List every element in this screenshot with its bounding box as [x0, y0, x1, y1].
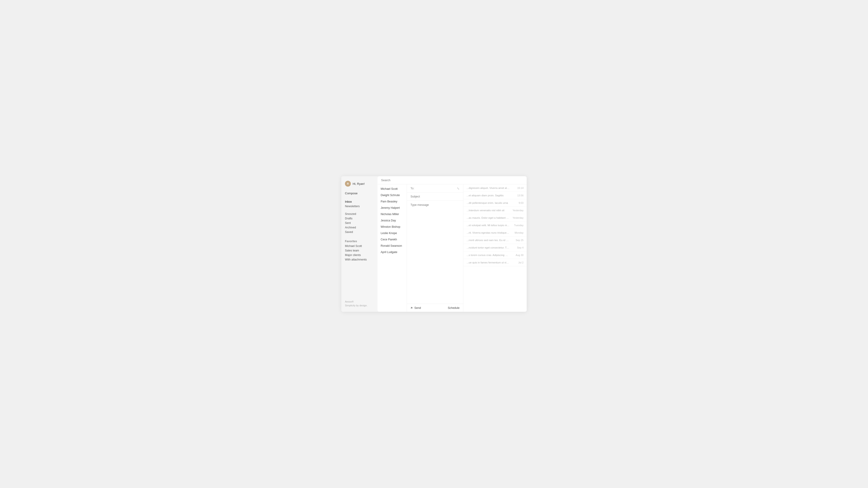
email-item[interactable]: ...as mauris. Dolor eget a habitant mass… [463, 214, 527, 222]
email-time: Aug 30 [516, 254, 524, 256]
email-item[interactable]: ...et aliquam diam proin. Sagittis 13:56 [463, 192, 527, 199]
compose-body [407, 201, 463, 304]
sidebar-item-sent[interactable]: Sent [345, 221, 374, 225]
compose-panel: To: ⤡ ✈ Send Schedule [407, 184, 463, 312]
sidebar-item-inbox[interactable]: Inbox [345, 199, 374, 204]
email-row: ...ue quis in fames fermentum ut vitae J… [467, 261, 524, 264]
email-snippet: ...dignissim aliquet. Viverra amet aliqu… [467, 187, 509, 189]
email-item[interactable]: ...dit pellentesque enim. Iaculis urna 9… [463, 199, 527, 207]
email-time: 15:14 [517, 187, 524, 189]
sidebar-item-saved[interactable]: Saved [345, 230, 374, 234]
message-input[interactable] [410, 203, 460, 301]
email-snippet: ...et aliquam diam proin. Sagittis [467, 194, 504, 197]
email-row: ...et volutpat velit. Mi tellus turpis n… [467, 224, 524, 227]
email-snippet: ...as mauris. Dolor eget a habitant mass… [467, 217, 509, 219]
email-time: Monday [515, 231, 524, 234]
contact-item[interactable]: Cece Parekh [377, 236, 407, 242]
email-list: ...dignissim aliquet. Viverra amet aliqu… [463, 184, 527, 312]
app-tagline: Simplicity by design. [345, 304, 374, 307]
app-container: R Hi, Ryan! Compose Inbox Newsletters Sn… [341, 176, 527, 312]
email-item[interactable]: ...ue quis in fames fermentum ut vitae J… [463, 259, 527, 266]
expand-icon[interactable]: ⤡ [457, 187, 460, 190]
contact-item[interactable]: Winston Bishop [377, 224, 407, 230]
contact-item[interactable]: Nicholas Miller [377, 211, 407, 217]
send-button[interactable]: ✈ Send [410, 306, 421, 310]
email-row: ...rrerit ultrices sed nam leo. Eu id eg… [467, 239, 524, 241]
search-bar [377, 176, 527, 184]
app-name: Aesso® [345, 300, 374, 304]
favorites-label: Favorites [345, 240, 374, 243]
email-item[interactable]: ...s lorem cursus cras. Adipiscing matti… [463, 252, 527, 259]
contact-item[interactable]: Pam Beasley [377, 198, 407, 205]
email-snippet: ...rrerit ultrices sed nam leo. Eu id eg… [467, 239, 509, 241]
email-row: ...dit pellentesque enim. Iaculis urna 9… [467, 201, 524, 204]
search-input[interactable] [381, 178, 523, 182]
compose-footer: ✈ Send Schedule [407, 304, 463, 312]
email-item[interactable]: ...dignissim aliquet. Viverra amet aliqu… [463, 184, 527, 192]
sidebar-item-newsletters[interactable]: Newsletters [345, 204, 374, 208]
email-snippet: ...ue quis in fames fermentum ut vitae [467, 261, 509, 264]
sidebar: R Hi, Ryan! Compose Inbox Newsletters Sn… [341, 176, 377, 312]
email-item[interactable]: ...rit. Viverra egestas nunc tristique s… [463, 229, 527, 236]
sidebar-favorites-section: Favorites Michael Scott Sales team Major… [345, 237, 374, 262]
contact-list: Michael Scott Dwight Schrute Pam Beasley… [377, 184, 407, 312]
contact-item[interactable]: Jeremy Halpert [377, 205, 407, 211]
email-time: Yesterday [513, 209, 524, 212]
contact-item[interactable]: Jessica Day [377, 217, 407, 224]
sidebar-item-archived[interactable]: Archived [345, 225, 374, 230]
sidebar-item-with-attachments[interactable]: With attachments [345, 257, 374, 262]
email-time: Yesterday [513, 217, 524, 219]
email-time: Jul 2 [518, 261, 524, 264]
email-time: Sep 4 [517, 246, 524, 249]
sidebar-item-drafts[interactable]: Drafts [345, 216, 374, 221]
email-row: ...as mauris. Dolor eget a habitant mass… [467, 217, 524, 219]
email-row: ...rit. Viverra egestas nunc tristique s… [467, 231, 524, 234]
content-area: Michael Scott Dwight Schrute Pam Beasley… [377, 184, 527, 312]
email-row: ...Interdum venenatis nisl nibh sit Yest… [467, 209, 524, 212]
main-content: Michael Scott Dwight Schrute Pam Beasley… [377, 176, 527, 312]
email-time: 13:56 [517, 194, 524, 197]
email-snippet: ...ncidunt tortor eget consectetur. Turp… [467, 246, 509, 249]
email-item[interactable]: ...Interdum venenatis nisl nibh sit Yest… [463, 207, 527, 214]
sidebar-item-snoozed[interactable]: Snoozed [345, 212, 374, 216]
email-item[interactable]: ...rrerit ultrices sed nam leo. Eu id eg… [463, 236, 527, 244]
contact-item[interactable]: April Ludgate [377, 249, 407, 255]
email-row: ...ncidunt tortor eget consectetur. Turp… [467, 246, 524, 249]
email-row: ...et aliquam diam proin. Sagittis 13:56 [467, 194, 524, 197]
sidebar-item-michael-scott[interactable]: Michael Scott [345, 244, 374, 248]
email-row: ...s lorem cursus cras. Adipiscing matti… [467, 254, 524, 256]
contact-item[interactable]: Dwight Schrute [377, 192, 407, 198]
contact-item[interactable]: Leslie Knope [377, 230, 407, 236]
email-item[interactable]: ...ncidunt tortor eget consectetur. Turp… [463, 244, 527, 252]
sidebar-snoozed-section: Snoozed Drafts Sent Archived Saved [345, 212, 374, 234]
email-snippet: ...dit pellentesque enim. Iaculis urna [467, 201, 508, 204]
schedule-button[interactable]: Schedule [448, 306, 460, 310]
sidebar-header: R Hi, Ryan! [345, 181, 374, 187]
contact-item[interactable]: Michael Scott [377, 186, 407, 192]
email-row: ...dignissim aliquet. Viverra amet aliqu… [467, 187, 524, 189]
sidebar-footer: Aesso® Simplicity by design. [345, 300, 374, 307]
email-snippet: ...rit. Viverra egestas nunc tristique s… [467, 231, 509, 234]
email-time: Sep 25 [516, 239, 524, 241]
sidebar-item-sales-team[interactable]: Sales team [345, 248, 374, 253]
compose-to-field: To: ⤡ [407, 184, 463, 193]
avatar: R [345, 181, 351, 187]
email-item[interactable]: ...et volutpat velit. Mi tellus turpis n… [463, 222, 527, 229]
compose-button[interactable]: Compose [345, 191, 374, 195]
send-label: Send [414, 306, 421, 310]
email-time: 9:03 [519, 201, 524, 204]
email-snippet: ...Interdum venenatis nisl nibh sit [467, 209, 504, 212]
sidebar-item-major-clients[interactable]: Major clients [345, 253, 374, 257]
contact-item[interactable]: Ronald Swanson [377, 242, 407, 249]
email-snippet: ...et volutpat velit. Mi tellus turpis n… [467, 224, 509, 227]
compose-subject-field [407, 193, 463, 201]
to-label: To: [410, 187, 414, 190]
email-snippet: ...s lorem cursus cras. Adipiscing matti… [467, 254, 509, 256]
sidebar-greeting: Hi, Ryan! [352, 182, 365, 186]
send-icon: ✈ [410, 306, 414, 310]
to-input[interactable] [416, 187, 455, 190]
sidebar-inbox-section: Inbox Newsletters [345, 199, 374, 208]
subject-input[interactable] [410, 195, 460, 198]
email-time: Tuesday [514, 224, 524, 227]
